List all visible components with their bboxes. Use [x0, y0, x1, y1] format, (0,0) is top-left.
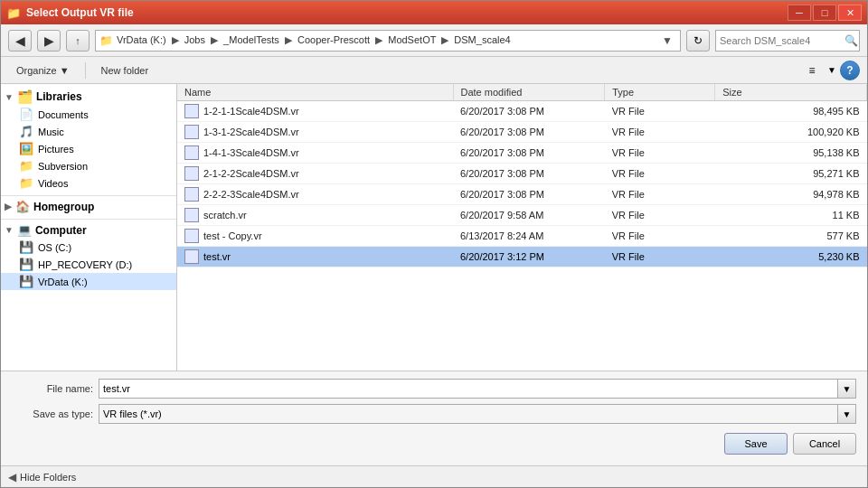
organize-button[interactable]: Organize ▼ [8, 61, 78, 80]
sidebar-divider2 [1, 219, 176, 220]
file-date-cell: 6/13/2017 8:24 AM [453, 226, 605, 247]
file-name-cell: 1-3-1-2Scale4DSM.vr [177, 122, 453, 143]
sidebar-item-videos[interactable]: 📁 Videos [1, 174, 176, 192]
libraries-folder-icon: 🗂️ [17, 89, 33, 104]
file-size-cell: 5,230 KB [715, 247, 867, 267]
file-name: 2-2-2-3Scale4DSM.vr [203, 189, 299, 200]
file-name-cell: 2-1-2-2Scale4DSM.vr [177, 164, 453, 184]
file-type-cell: VR File [605, 226, 715, 247]
table-row[interactable]: 1-2-1-1Scale4DSM.vr 6/20/2017 3:08 PM VR… [177, 101, 867, 122]
col-header-date[interactable]: Date modified [453, 84, 605, 101]
save-button[interactable]: Save [724, 433, 788, 455]
address-dropdown[interactable]: ▼ [658, 34, 676, 47]
table-row[interactable]: test.vr 6/20/2017 3:12 PM VR File 5,230 … [177, 247, 867, 267]
file-icon [184, 145, 199, 160]
minimize-button[interactable]: ─ [788, 5, 811, 21]
computer-section: ▼ 💻 Computer 💾 OS (C:) 💾 HP_RECOVERY (D:… [1, 221, 176, 290]
dialog-window: 📁 Select Output VR file ─ □ ✕ ◀ ▶ ↑ 📁 Vr… [0, 0, 868, 488]
col-header-size[interactable]: Size [715, 84, 867, 101]
file-date-cell: 6/20/2017 3:08 PM [453, 184, 605, 205]
sidebar-item-os-c[interactable]: 💾 OS (C:) [1, 239, 176, 256]
homegroup-icon: 🏠 [15, 200, 30, 213]
up-button[interactable]: ↑ [66, 30, 90, 52]
libraries-header[interactable]: ▼ 🗂️ Libraries [1, 88, 176, 106]
file-size-cell: 94,978 KB [715, 184, 867, 205]
file-name: scratch.vr [203, 210, 247, 221]
address-bar[interactable]: 📁 VrData (K:) ▶ Jobs ▶ _ModelTests ▶ Coo… [95, 30, 681, 52]
organize-dropdown-icon: ▼ [60, 65, 70, 76]
action-row: Save Cancel [12, 429, 856, 458]
maximize-button[interactable]: □ [813, 5, 836, 21]
bottom-panel: File name: ▼ Save as type: ▼ Save Cancel [1, 371, 867, 465]
col-header-name[interactable]: Name [177, 84, 453, 101]
new-folder-button[interactable]: New folder [93, 61, 157, 80]
file-name: 2-1-2-2Scale4DSM.vr [203, 168, 299, 179]
cancel-button[interactable]: Cancel [793, 433, 856, 455]
search-icon[interactable]: 🔍 [844, 34, 858, 47]
file-size-cell: 98,495 KB [715, 101, 867, 122]
libraries-expand-icon: ▼ [5, 92, 14, 102]
libraries-label: Libraries [36, 90, 82, 103]
refresh-button[interactable]: ↻ [686, 30, 710, 52]
filename-label: File name: [12, 383, 93, 394]
table-row[interactable]: 2-1-2-2Scale4DSM.vr 6/20/2017 3:08 PM VR… [177, 164, 867, 184]
table-row[interactable]: 2-2-2-3Scale4DSM.vr 6/20/2017 3:08 PM VR… [177, 184, 867, 205]
pictures-label: Pictures [38, 144, 74, 155]
help-button[interactable]: ? [840, 61, 860, 80]
file-table: Name Date modified Type Size 1-2-1-1Scal… [177, 84, 867, 267]
view-button[interactable]: ≡ [800, 61, 824, 80]
file-list[interactable]: Name Date modified Type Size 1-2-1-1Scal… [177, 84, 867, 371]
savetype-input[interactable] [99, 404, 838, 424]
videos-icon: 📁 [19, 176, 33, 190]
hide-folders-text[interactable]: Hide Folders [20, 472, 76, 483]
table-row[interactable]: 1-4-1-3Scale4DSM.vr 6/20/2017 3:08 PM VR… [177, 143, 867, 164]
view-dropdown-icon[interactable]: ▼ [827, 65, 836, 75]
filename-input[interactable] [99, 379, 838, 399]
organize-label: Organize [16, 65, 57, 76]
music-label: Music [38, 127, 64, 137]
file-date-cell: 6/20/2017 3:08 PM [453, 143, 605, 164]
computer-label: Computer [35, 224, 87, 237]
file-type-cell: VR File [605, 164, 715, 184]
window-title: Select Output VR file [26, 6, 134, 19]
sidebar-item-pictures[interactable]: 🖼️ Pictures [1, 140, 176, 157]
computer-header[interactable]: ▼ 💻 Computer [1, 221, 176, 239]
drive-d-label: HP_RECOVERY (D:) [38, 259, 132, 270]
table-header-row: Name Date modified Type Size [177, 84, 867, 101]
file-area: Name Date modified Type Size 1-2-1-1Scal… [177, 84, 867, 371]
search-input[interactable] [720, 35, 844, 46]
file-icon [184, 104, 199, 118]
savetype-label: Save as type: [12, 408, 93, 419]
pictures-icon: 🖼️ [19, 142, 33, 155]
file-icon [184, 249, 199, 264]
file-date-cell: 6/20/2017 3:08 PM [453, 122, 605, 143]
drive-k-label: VrData (K:) [38, 277, 88, 287]
file-icon [184, 229, 199, 243]
table-row[interactable]: scratch.vr 6/20/2017 9:58 AM VR File 11 … [177, 205, 867, 226]
file-date-cell: 6/20/2017 3:08 PM [453, 164, 605, 184]
sidebar-item-music[interactable]: 🎵 Music [1, 123, 176, 140]
back-button[interactable]: ◀ [8, 30, 32, 52]
col-header-type[interactable]: Type [605, 84, 715, 101]
music-icon: 🎵 [19, 125, 33, 138]
table-row[interactable]: 1-3-1-2Scale4DSM.vr 6/20/2017 3:08 PM VR… [177, 122, 867, 143]
homegroup-header[interactable]: ▶ 🏠 Homegroup [1, 198, 176, 215]
file-type-cell: VR File [605, 205, 715, 226]
file-size-cell: 95,271 KB [715, 164, 867, 184]
table-row[interactable]: test - Copy.vr 6/13/2017 8:24 AM VR File… [177, 226, 867, 247]
subversion-icon: 📁 [19, 159, 33, 173]
forward-button[interactable]: ▶ [37, 30, 61, 52]
sidebar-item-documents[interactable]: 📄 Documents [1, 106, 176, 123]
computer-icon: 💻 [17, 223, 32, 237]
close-button[interactable]: ✕ [838, 5, 862, 21]
sidebar-item-vrdata-k[interactable]: 💾 VrData (K:) [1, 273, 176, 290]
file-date-cell: 6/20/2017 3:12 PM [453, 247, 605, 267]
sidebar: ▼ 🗂️ Libraries 📄 Documents 🎵 Music 🖼️ Pi… [1, 84, 177, 371]
sidebar-item-subversion[interactable]: 📁 Subversion [1, 157, 176, 174]
main-area: ▼ 🗂️ Libraries 📄 Documents 🎵 Music 🖼️ Pi… [1, 84, 867, 371]
filename-dropdown[interactable]: ▼ [838, 379, 856, 399]
file-name-cell: scratch.vr [177, 205, 453, 226]
savetype-dropdown[interactable]: ▼ [838, 404, 856, 424]
sidebar-item-recovery-d[interactable]: 💾 HP_RECOVERY (D:) [1, 256, 176, 273]
drive-d-icon: 💾 [19, 258, 33, 271]
